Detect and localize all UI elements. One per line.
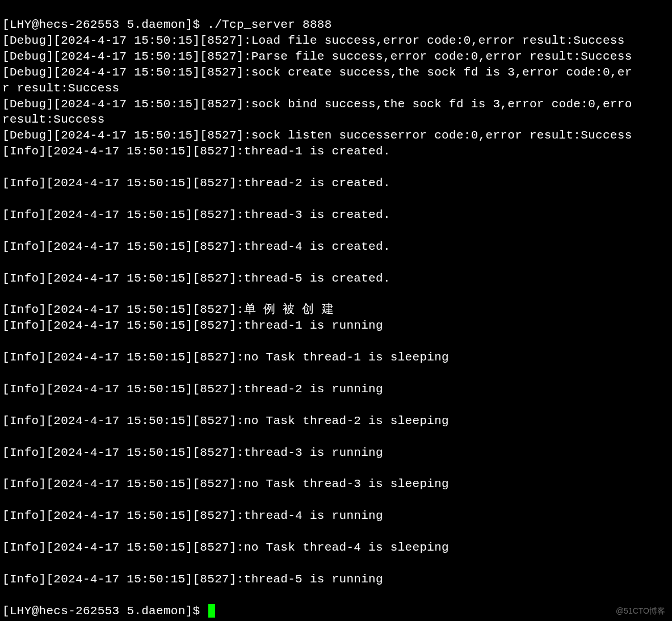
log-line: [Info][2024-4-17 15:50:15][8527]:thread-… bbox=[2, 508, 670, 524]
prompt-symbol: $ bbox=[193, 605, 200, 618]
prompt-line-2[interactable]: [LHY@hecs-262553 5.daemon]$ bbox=[2, 603, 670, 619]
log-line bbox=[2, 223, 670, 239]
log-line bbox=[2, 160, 670, 175]
log-line bbox=[2, 397, 670, 413]
log-line bbox=[2, 334, 670, 350]
log-line bbox=[2, 588, 670, 603]
log-line: r result:Success bbox=[2, 81, 670, 96]
log-line: [Debug][2024-4-17 15:50:15][8527]:Load f… bbox=[2, 33, 670, 49]
log-line: [Debug][2024-4-17 15:50:15][8527]:sock b… bbox=[2, 96, 670, 112]
prompt-user: LHY bbox=[10, 18, 32, 31]
log-line bbox=[2, 524, 670, 540]
log-line bbox=[2, 429, 670, 445]
log-line: [Debug][2024-4-17 15:50:15][8527]:sock l… bbox=[2, 128, 670, 144]
log-line bbox=[2, 556, 670, 572]
log-line: [Info][2024-4-17 15:50:15][8527]:thread-… bbox=[2, 381, 670, 397]
log-line: [Info][2024-4-17 15:50:15][8527]:thread-… bbox=[2, 445, 670, 461]
log-line: [Info][2024-4-17 15:50:15][8527]:no Task… bbox=[2, 350, 670, 366]
log-line: [Info][2024-4-17 15:50:15][8527]:thread-… bbox=[2, 175, 670, 191]
cursor-icon bbox=[208, 604, 215, 618]
log-line: [Info][2024-4-17 15:50:15][8527]:no Task… bbox=[2, 540, 670, 556]
prompt-user: LHY bbox=[10, 605, 32, 618]
log-line: [Info][2024-4-17 15:50:15][8527]:thread-… bbox=[2, 271, 670, 287]
terminal-output[interactable]: [LHY@hecs-262553 5.daemon]$ ./Tcp_server… bbox=[2, 1, 670, 621]
watermark-text: @51CTO博客 bbox=[616, 606, 665, 616]
log-line bbox=[2, 255, 670, 271]
log-line bbox=[2, 492, 670, 508]
log-line bbox=[2, 366, 670, 381]
prompt-dir: 5.daemon bbox=[127, 18, 185, 31]
log-line: [Info][2024-4-17 15:50:15][8527]:单 例 被 创… bbox=[2, 302, 670, 318]
log-line: [Info][2024-4-17 15:50:15][8527]:thread-… bbox=[2, 572, 670, 588]
log-line: [Info][2024-4-17 15:50:15][8527]:thread-… bbox=[2, 239, 670, 255]
prompt-dir: 5.daemon bbox=[127, 605, 185, 618]
log-line: [Info][2024-4-17 15:50:15][8527]:thread-… bbox=[2, 144, 670, 160]
prompt-line-1: [LHY@hecs-262553 5.daemon]$ ./Tcp_server… bbox=[2, 17, 670, 33]
command-text: ./Tcp_server 8888 bbox=[207, 18, 331, 31]
log-line bbox=[2, 191, 670, 207]
log-line: [Info][2024-4-17 15:50:15][8527]:no Task… bbox=[2, 476, 670, 492]
log-line: result:Success bbox=[2, 112, 670, 128]
log-line: [Info][2024-4-17 15:50:15][8527]:thread-… bbox=[2, 207, 670, 223]
log-line: [Info][2024-4-17 15:50:15][8527]:no Task… bbox=[2, 413, 670, 429]
log-line bbox=[2, 286, 670, 302]
prompt-host: hecs-262553 bbox=[39, 18, 120, 31]
prompt-symbol: $ bbox=[193, 18, 200, 31]
log-line: [Info][2024-4-17 15:50:15][8527]:thread-… bbox=[2, 318, 670, 334]
prompt-host: hecs-262553 bbox=[39, 605, 120, 618]
log-line: [Debug][2024-4-17 15:50:15][8527]:Parse … bbox=[2, 49, 670, 65]
log-line bbox=[2, 460, 670, 476]
log-line: [Debug][2024-4-17 15:50:15][8527]:sock c… bbox=[2, 65, 670, 81]
